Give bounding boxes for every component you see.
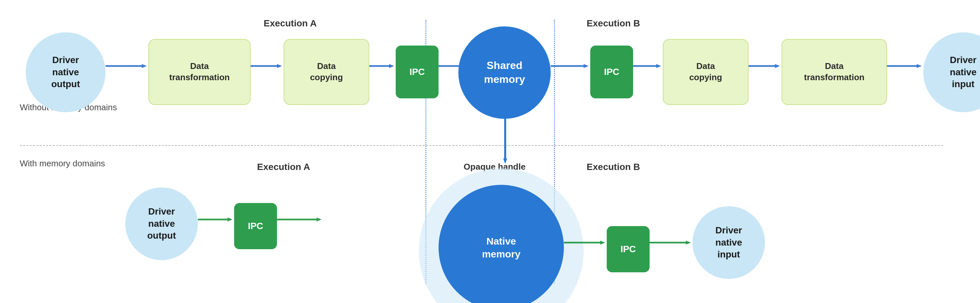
driver-native-output-bot: Driver native output <box>125 188 198 260</box>
section-divider <box>20 145 943 146</box>
arrow-5 <box>550 63 590 69</box>
arrow-6 <box>633 63 663 69</box>
svg-marker-11 <box>656 64 661 68</box>
data-transformation-top-left: Data transformation <box>148 39 251 105</box>
svg-marker-5 <box>389 64 394 68</box>
svg-marker-23 <box>600 241 605 245</box>
arrow-2 <box>251 63 283 69</box>
arrow-down-shared <box>502 119 509 165</box>
arrow-bot-1 <box>198 216 234 223</box>
data-copying-top-right: Data copying <box>663 39 749 105</box>
ipc-top-left: IPC <box>396 46 439 98</box>
exec-a-label-bot: Execution A <box>244 162 323 172</box>
arrow-3 <box>369 63 396 69</box>
exec-a-label-top: Execution A <box>251 18 330 29</box>
svg-marker-25 <box>686 241 691 245</box>
arrow-bot-4 <box>650 239 692 246</box>
data-transformation-top-right: Data transformation <box>781 39 887 105</box>
ipc-bot-left: IPC <box>234 203 277 249</box>
shared-memory: Shared memory <box>458 26 550 119</box>
svg-marker-3 <box>277 64 282 68</box>
data-copying-top-left: Data copying <box>283 39 369 105</box>
ipc-bot-right: IPC <box>607 226 650 272</box>
svg-marker-9 <box>584 64 589 68</box>
driver-native-input-bot: Driver native input <box>692 206 765 279</box>
exec-b-label-top: Execution B <box>574 18 653 29</box>
svg-marker-1 <box>142 64 147 68</box>
svg-marker-15 <box>917 64 922 68</box>
arrow-8 <box>887 63 923 69</box>
arrow-7 <box>749 63 781 69</box>
svg-marker-17 <box>503 158 507 164</box>
driver-native-input-top: Driver native input <box>923 32 980 112</box>
section-label-bottom: With memory domains <box>20 158 105 169</box>
svg-marker-19 <box>228 217 232 222</box>
driver-native-output-top: Driver native output <box>26 32 105 112</box>
native-memory: Native memory <box>439 185 564 303</box>
diagram-container: Without memory domains With memory domai… <box>0 0 980 303</box>
arrow-bot-3 <box>564 239 607 246</box>
ipc-top-right: IPC <box>590 46 633 98</box>
arrow-bot-2 <box>277 216 323 223</box>
exec-b-label-bot: Execution B <box>574 162 653 172</box>
svg-marker-21 <box>317 217 321 222</box>
svg-marker-13 <box>775 64 780 68</box>
arrow-1 <box>105 63 148 69</box>
